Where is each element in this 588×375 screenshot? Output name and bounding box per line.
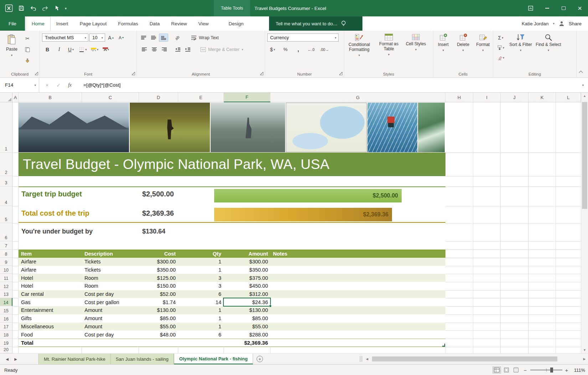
selected-cell-f14[interactable] bbox=[223, 298, 271, 307]
sheet-grid[interactable]: 1 2 3 4 5 6 7 8 9 10 11 12 13 14 15 16 1… bbox=[0, 102, 581, 353]
horizontal-scroll-thumb[interactable] bbox=[372, 356, 557, 361]
row-header-4[interactable]: 4 bbox=[0, 186, 12, 206]
save-button[interactable] bbox=[19, 5, 24, 11]
cell-qty[interactable]: 3 bbox=[178, 275, 224, 281]
accounting-format-button[interactable]: $ bbox=[268, 45, 277, 53]
cell-qty[interactable]: 6 bbox=[178, 291, 224, 297]
cell-item[interactable]: Car rental bbox=[19, 291, 82, 297]
formula-input[interactable]: =[@Qty]*[@Cost] bbox=[78, 78, 578, 92]
align-left-button[interactable] bbox=[140, 45, 149, 53]
sheet-tab-olympic-active[interactable]: Olympic National Park - fishing bbox=[174, 354, 253, 364]
scroll-down-arrow[interactable]: ▼ bbox=[581, 347, 588, 353]
cell-qty[interactable]: 1 bbox=[178, 315, 224, 321]
horizontal-scrollbar[interactable]: ◀ ▶ bbox=[360, 354, 588, 364]
target-budget-bar[interactable]: $2,500.00 bbox=[214, 189, 402, 202]
under-budget-value[interactable]: $130.64 bbox=[142, 228, 165, 235]
cell-qty[interactable]: 1 bbox=[178, 324, 224, 329]
row-header-1[interactable]: 1 bbox=[0, 102, 12, 153]
autosum-button[interactable]: Σ bbox=[496, 34, 505, 42]
row-header-14[interactable]: 14 bbox=[0, 298, 12, 306]
row-header-3[interactable]: 3 bbox=[0, 176, 12, 186]
zoom-slider[interactable] bbox=[530, 368, 562, 373]
photo-river[interactable] bbox=[418, 103, 445, 152]
increase-font-size-button[interactable] bbox=[106, 34, 115, 42]
italic-button[interactable]: I bbox=[55, 45, 64, 53]
column-header-f[interactable]: F bbox=[224, 93, 270, 102]
font-size-combo[interactable]: 10 bbox=[89, 34, 105, 42]
tab-insert[interactable]: Insert bbox=[51, 16, 74, 31]
increase-decimal-button[interactable]: ←.0 bbox=[306, 45, 316, 53]
cell-cost[interactable]: $52.00 bbox=[139, 291, 178, 297]
row-header-20[interactable]: 20 bbox=[0, 347, 12, 353]
cell-item[interactable]: Airfare bbox=[19, 259, 82, 264]
column-header-l[interactable]: L bbox=[556, 93, 581, 102]
name-box[interactable]: F14 bbox=[0, 78, 39, 92]
row-header-8[interactable]: 8 bbox=[0, 250, 12, 258]
photo-fisherman-rapids[interactable] bbox=[367, 103, 417, 152]
format-as-table-button[interactable]: Format as Table bbox=[374, 31, 403, 77]
undo-button[interactable] bbox=[30, 6, 36, 11]
tab-view[interactable]: View bbox=[192, 16, 214, 31]
column-header-a[interactable]: A bbox=[12, 93, 19, 102]
table-header-amount[interactable]: Amount bbox=[224, 251, 270, 257]
cancel-button[interactable]: × bbox=[42, 82, 52, 88]
maximize-button[interactable] bbox=[555, 0, 572, 16]
normal-view-button[interactable] bbox=[492, 366, 501, 374]
zoom-out-button[interactable]: − bbox=[522, 367, 528, 373]
touch-mode-button[interactable] bbox=[54, 5, 59, 11]
cell-cost[interactable]: $85.00 bbox=[139, 315, 178, 321]
page-break-view-button[interactable] bbox=[512, 366, 520, 374]
row-header-2[interactable]: 2 bbox=[0, 153, 12, 176]
table-resize-handle[interactable] bbox=[442, 344, 445, 346]
tab-page-layout[interactable]: Page Layout bbox=[74, 16, 113, 31]
under-budget-label[interactable]: You're under budget by bbox=[21, 228, 93, 235]
cell-description[interactable]: Amount bbox=[82, 324, 139, 329]
user-name[interactable]: Katie Jordan bbox=[522, 21, 549, 26]
font-name-combo[interactable]: Trebuchet MS bbox=[42, 34, 88, 42]
middle-align-button[interactable] bbox=[149, 34, 158, 42]
cell-description[interactable]: Tickets bbox=[82, 259, 139, 264]
delete-cells-button[interactable]: Delete bbox=[453, 31, 473, 77]
scroll-right-arrow[interactable]: ▶ bbox=[581, 357, 588, 361]
cell-cost[interactable]: $48.00 bbox=[139, 332, 178, 338]
row-header-13[interactable]: 13 bbox=[0, 290, 12, 298]
clear-button[interactable] bbox=[496, 53, 505, 62]
column-header-g[interactable]: G bbox=[270, 93, 445, 102]
decrease-font-size-button[interactable] bbox=[117, 34, 126, 42]
sheet-tab-mt-rainier[interactable]: Mt. Rainier National Park-hike bbox=[38, 354, 111, 364]
tab-review[interactable]: Review bbox=[165, 16, 192, 31]
target-budget-value[interactable]: $2,500.00 bbox=[142, 190, 174, 198]
sheet-nav-left-arrow[interactable]: ◀ bbox=[3, 354, 11, 364]
target-budget-label[interactable]: Target trip budget bbox=[21, 190, 82, 198]
tab-home[interactable]: Home bbox=[26, 16, 51, 31]
cell-qty[interactable]: 1 bbox=[178, 267, 224, 273]
sort-filter-button[interactable]: Sort & Filter bbox=[507, 31, 535, 77]
scroll-up-arrow[interactable]: ▲ bbox=[581, 93, 588, 99]
cell-amount[interactable]: $312.00 bbox=[224, 291, 270, 297]
wrap-text-button[interactable]: Wrap Text bbox=[190, 34, 220, 42]
cell-cost[interactable]: $1.74 bbox=[139, 299, 178, 305]
vertical-scroll-thumb[interactable] bbox=[582, 102, 587, 209]
photo-map[interactable] bbox=[286, 103, 367, 152]
cell-cost[interactable]: $55.00 bbox=[139, 324, 178, 329]
insert-function-button[interactable]: fx bbox=[65, 82, 75, 88]
number-format-combo[interactable]: Currency bbox=[267, 34, 339, 42]
cell-amount[interactable]: $130.00 bbox=[224, 307, 270, 313]
zoom-thumb[interactable] bbox=[550, 368, 553, 373]
align-center-button[interactable] bbox=[150, 45, 159, 53]
cell-amount[interactable]: $350.00 bbox=[224, 267, 270, 273]
cell-item[interactable]: Hotel bbox=[19, 283, 82, 289]
column-header-b[interactable]: B bbox=[19, 93, 82, 102]
cell-item[interactable]: Hotel bbox=[19, 275, 82, 281]
cell-cost[interactable]: $300.00 bbox=[139, 259, 178, 264]
alignment-dialog-launcher[interactable] bbox=[260, 72, 263, 75]
scroll-left-arrow[interactable]: ◀ bbox=[363, 357, 371, 361]
bold-button[interactable]: B bbox=[43, 45, 52, 53]
column-header-i[interactable]: I bbox=[473, 93, 501, 102]
cell-qty[interactable]: 6 bbox=[178, 332, 224, 338]
cell-item[interactable]: Food bbox=[19, 332, 82, 338]
sheet-nav-right-arrow[interactable]: ▶ bbox=[11, 354, 20, 364]
close-button[interactable]: × bbox=[572, 0, 588, 16]
align-right-button[interactable] bbox=[160, 45, 169, 53]
paste-button[interactable]: Paste bbox=[3, 33, 21, 57]
